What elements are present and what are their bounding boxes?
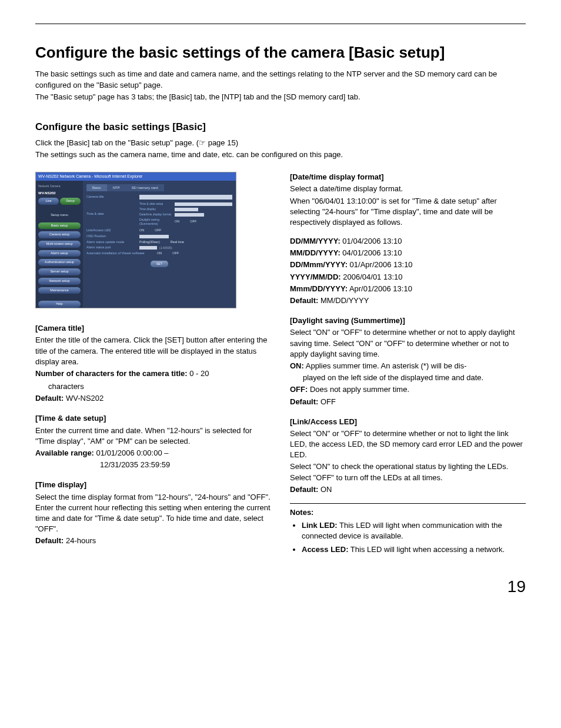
camera-title-text: Enter the title of the camera. Click the… bbox=[35, 335, 271, 367]
camera-title-label: Camera title bbox=[86, 195, 139, 200]
autoinstall-on-radio[interactable]: ON bbox=[157, 251, 162, 256]
date-format-select[interactable] bbox=[175, 213, 204, 217]
daylight-off-line: OFF: Does not apply summer time. bbox=[290, 384, 526, 395]
date-format-heading: [Date/time display format] bbox=[290, 172, 526, 182]
osd-position-label: OSD Position bbox=[86, 234, 139, 239]
camera-title-input[interactable] bbox=[139, 195, 232, 200]
model-label: Network Camera bbox=[38, 184, 81, 188]
setup-button[interactable]: Setup bbox=[60, 198, 81, 205]
fmt-ddmmyyyy: DD/MM/YYYY: 01/04/2006 13:10 bbox=[290, 236, 526, 247]
daylight-on-line: ON: Applies summer time. An asterisk (*)… bbox=[290, 361, 526, 371]
page: Configure the basic settings of the came… bbox=[35, 24, 526, 598]
time-display-default: Default: 24-hours bbox=[35, 536, 271, 546]
osd-position-select[interactable] bbox=[139, 235, 169, 238]
time-date-setup-input[interactable] bbox=[175, 202, 232, 206]
embedded-ui-screenshot: WV-NS202 Network Camera - Microsoft Inte… bbox=[35, 172, 236, 308]
sidebar-item-camera-setup[interactable]: Camera setup bbox=[38, 231, 81, 238]
tab-ntp[interactable]: NTP bbox=[107, 184, 126, 191]
daylight-on-radio[interactable]: ON bbox=[175, 220, 179, 224]
form-panel: Basic NTP SD memory card Camera title Ti… bbox=[83, 181, 236, 308]
time-date-heading: [Time & date setup] bbox=[35, 413, 271, 424]
notes-list: Link LED: This LED will light when commu… bbox=[290, 520, 526, 555]
daylight-text: Select "ON" or "OFF" to determine whethe… bbox=[290, 327, 526, 360]
alarm-update-label: Alarm status update mode bbox=[86, 240, 139, 245]
daylight-default: Default: OFF bbox=[290, 397, 526, 407]
date-format-p2: When "06/04/01 13:10:00" is set for "Tim… bbox=[290, 196, 526, 228]
live-button[interactable]: Live bbox=[38, 198, 59, 205]
sidebar-item-server-setup[interactable]: Server setup bbox=[38, 268, 81, 275]
fmt-ddmmmyyyy: DD/Mmm/YYYY: 01/Apr/2006 13:10 bbox=[290, 260, 526, 270]
window-titlebar: WV-NS202 Network Camera - Microsoft Inte… bbox=[36, 172, 236, 181]
left-column: WV-NS202 Network Camera - Microsoft Inte… bbox=[35, 172, 271, 557]
sidebar-item-network-setup[interactable]: Network setup bbox=[38, 278, 81, 285]
top-rule bbox=[35, 24, 526, 24]
note-access-led: Access LED: This LED will light when acc… bbox=[302, 544, 526, 555]
sidebar-item-basic-setup[interactable]: Basic setup bbox=[38, 222, 81, 230]
model-name: WV-NS202 bbox=[38, 191, 81, 195]
sidebar-item-alarm-setup[interactable]: Alarm setup bbox=[38, 250, 81, 257]
note-link-led: Link LED: This LED will light when commu… bbox=[302, 520, 526, 541]
fmt-mmmddyyyy: Mmm/DD/YYYY: Apr/01/2006 13:10 bbox=[290, 284, 526, 294]
alarm-port-input[interactable] bbox=[139, 246, 157, 250]
linkled-on-radio[interactable]: ON bbox=[139, 228, 144, 233]
time-date-text: Enter the current time and date. When "1… bbox=[35, 426, 271, 447]
time-display-select[interactable] bbox=[175, 208, 198, 211]
sidebar-item-auth-setup[interactable]: Authentication setup bbox=[38, 259, 81, 266]
link-led-default: Default: ON bbox=[290, 484, 526, 495]
help-button[interactable]: Help bbox=[38, 301, 81, 308]
section-line-2: The settings such as the camera name, ti… bbox=[35, 149, 526, 160]
sidebar-item-maintenance[interactable]: Maintenance bbox=[38, 287, 81, 294]
intro-line-1: The basic settings such as time and date… bbox=[35, 69, 526, 90]
link-led-label: Link/Access LED bbox=[86, 228, 139, 233]
notes-heading: Notes: bbox=[290, 507, 526, 518]
notes-divider bbox=[290, 503, 526, 504]
date-format-p1: Select a date/time display format. bbox=[290, 184, 526, 194]
num-chars-line: Number of characters for the camera titl… bbox=[35, 368, 271, 379]
daylight-heading: [Daylight saving (Summertime)] bbox=[290, 315, 526, 326]
sidebar-item-multiscreen-setup[interactable]: Multi-screen setup bbox=[38, 241, 81, 248]
link-led-p1: Select "ON" or "OFF" to determine whethe… bbox=[290, 428, 526, 461]
alarm-realtime-radio[interactable]: Real time bbox=[171, 240, 184, 245]
daylight-off-radio[interactable]: OFF bbox=[190, 220, 196, 224]
tab-basic[interactable]: Basic bbox=[86, 184, 107, 191]
time-display-text: Select the time display format from "12-… bbox=[35, 492, 271, 535]
page-number: 19 bbox=[35, 575, 526, 598]
sidebar: Network Camera WV-NS202 Live Setup Setup… bbox=[36, 181, 83, 308]
intro-block: The basic settings such as time and date… bbox=[35, 69, 526, 102]
alarm-polling-radio[interactable]: Polling(30sec) bbox=[139, 240, 160, 245]
linkled-off-radio[interactable]: OFF bbox=[155, 228, 161, 233]
intro-line-2: The "Basic setup" page has 3 tabs; the [… bbox=[35, 92, 526, 102]
two-column-layout: WV-NS202 Network Camera - Microsoft Inte… bbox=[35, 172, 526, 557]
daylight-on-indent: played on the left side of the displayed… bbox=[290, 373, 526, 383]
page-title: Configure the basic settings of the came… bbox=[35, 42, 526, 63]
setup-menu-label: Setup menu bbox=[38, 213, 81, 218]
available-range-line: Available range: 01/01/2006 0:00:00 – bbox=[35, 448, 271, 458]
tab-sd-memory-card[interactable]: SD memory card bbox=[126, 184, 164, 191]
fmt-default: Default: MM/DD/YYYY bbox=[290, 295, 526, 306]
available-range-indent: 12/31/2035 23:59:59 bbox=[35, 460, 271, 470]
fmt-mmddyyyy: MM/DD/YYYY: 04/01/2006 13:10 bbox=[290, 248, 526, 258]
auto-install-label: Automatic installation of Viewer softwar… bbox=[86, 251, 157, 256]
right-column: [Date/time display format] Select a date… bbox=[290, 172, 526, 557]
link-led-heading: [Link/Access LED] bbox=[290, 417, 526, 427]
fmt-yyyymmdd: YYYY/MM/DD: 2006/04/01 13:10 bbox=[290, 272, 526, 282]
camera-title-heading: [Camera title] bbox=[35, 323, 271, 334]
camera-title-default: Default: WV-NS202 bbox=[35, 393, 271, 404]
num-chars-indent: characters bbox=[35, 381, 271, 392]
time-display-heading: [Time display] bbox=[35, 480, 271, 490]
alarm-port-label: Alarm status port bbox=[86, 245, 139, 250]
section-line-1: Click the [Basic] tab on the "Basic setu… bbox=[35, 138, 526, 148]
link-led-p2: Select "ON" to check the operational sta… bbox=[290, 461, 526, 483]
autoinstall-off-radio[interactable]: OFF bbox=[172, 251, 179, 256]
section-heading: Configure the basic settings [Basic] bbox=[35, 120, 526, 134]
time-date-label: Time & date bbox=[86, 212, 139, 217]
set-button[interactable]: SET bbox=[151, 261, 168, 268]
